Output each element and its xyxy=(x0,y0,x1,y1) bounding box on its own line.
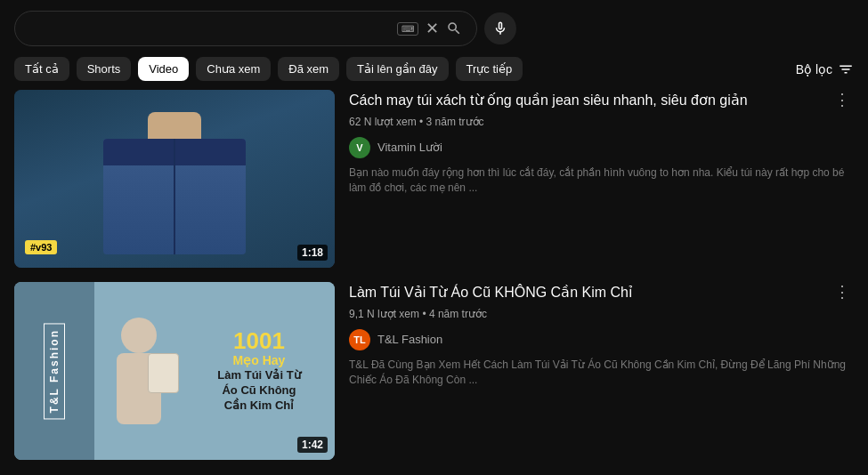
channel-avatar-2[interactable]: TL xyxy=(349,329,370,350)
filter-icon xyxy=(838,61,854,77)
video-card-2: T&L Fashion 1001 Mẹo Hay Làm Túi Vải Từ … xyxy=(14,282,854,460)
video-meta-1: 62 N lượt xem • 3 năm trước xyxy=(349,116,854,128)
video-card: #v93 1:18 Cách may túi xách từ ống quần … xyxy=(14,90,854,268)
separator-2: • xyxy=(422,308,429,320)
filter-tabs: Tất cả Shorts Video Chưa xem Đã xem Tải … xyxy=(0,57,868,90)
more-options-2[interactable]: ⋮ xyxy=(831,282,854,302)
tab-all[interactable]: Tất cả xyxy=(14,57,69,81)
thumb2-title4: Cần Kim Chỉ xyxy=(224,399,294,414)
filter-button[interactable]: Bộ lọc xyxy=(796,61,854,77)
duration-badge-2: 1:42 xyxy=(297,437,328,453)
video-meta-2: 9,1 N lượt xem • 4 năm trước xyxy=(349,308,854,320)
filter-label: Bộ lọc xyxy=(796,62,832,76)
tab-da-xem[interactable]: Đã xem xyxy=(278,57,339,81)
avatar-initial-1: V xyxy=(356,142,362,153)
view-count-1: 62 N lượt xem xyxy=(349,116,417,128)
channel-name-1[interactable]: Vitamin Lười xyxy=(377,141,442,154)
tab-truc-tiep[interactable]: Trực tiếp xyxy=(456,57,523,81)
tab-video[interactable]: Video xyxy=(138,57,189,81)
separator-1: • xyxy=(419,116,426,128)
thumbnail-1[interactable]: #v93 1:18 xyxy=(14,90,335,268)
search-bar: làm túi từ quần áo cũ ⌨ ✕ xyxy=(0,0,868,57)
video-info-2: Làm Túi Vải Từ Áo Cũ KHÔNG Cần Kim Chỉ 9… xyxy=(349,282,854,387)
mic-icon xyxy=(492,20,508,36)
tab-shorts[interactable]: Shorts xyxy=(77,57,132,81)
video-title-1[interactable]: Cách may túi xách từ ống quần jean siêu … xyxy=(349,92,854,110)
search-input[interactable]: làm túi từ quần áo cũ xyxy=(29,21,390,36)
results-list: #v93 1:18 Cách may túi xách từ ống quần … xyxy=(0,90,868,460)
tl-fashion-sidebar: T&L Fashion xyxy=(44,323,65,419)
avatar-initial-2: TL xyxy=(353,334,365,345)
search-input-wrapper: làm túi từ quần áo cũ ⌨ ✕ xyxy=(14,11,477,46)
magnifier-icon xyxy=(446,20,462,36)
view-count-2: 9,1 N lượt xem xyxy=(349,308,419,320)
clear-button[interactable]: ✕ xyxy=(426,19,439,38)
tag-label: #v93 xyxy=(25,240,57,254)
tab-chua-xem[interactable]: Chưa xem xyxy=(196,57,271,81)
video-info-1: Cách may túi xách từ ống quần jean siêu … xyxy=(349,90,854,195)
age-1: 3 năm trước xyxy=(426,116,484,128)
search-button[interactable] xyxy=(446,20,462,36)
mic-button[interactable] xyxy=(484,12,516,44)
channel-row-1: V Vitamin Lười xyxy=(349,137,854,158)
channel-avatar-1[interactable]: V xyxy=(349,137,370,158)
more-options-1[interactable]: ⋮ xyxy=(831,90,854,109)
thumb2-title2: Làm Túi Vải Từ xyxy=(217,368,300,383)
thumb2-title3: Áo Cũ Không xyxy=(222,383,296,399)
thumb2-title1: Mẹo Hay xyxy=(233,352,286,368)
video-desc-1: Bạn nào muốn đáy rộng hơn thì lúc cắt đá… xyxy=(349,165,854,196)
channel-row-2: TL T&L Fashion xyxy=(349,329,854,350)
duration-badge-1: 1:18 xyxy=(297,245,328,261)
thumb2-number: 1001 xyxy=(233,329,285,352)
thumbnail-2[interactable]: T&L Fashion 1001 Mẹo Hay Làm Túi Vải Từ … xyxy=(14,282,335,460)
video-desc-2: T&L Đã Cùng Bạn Xem Hết Cách Làm Túi Vải… xyxy=(349,358,854,388)
tab-tai-len[interactable]: Tải lên gần đây xyxy=(346,57,448,81)
video-title-2[interactable]: Làm Túi Vải Từ Áo Cũ KHÔNG Cần Kim Chỉ xyxy=(349,284,854,302)
keyboard-icon: ⌨ xyxy=(397,22,418,36)
channel-name-2[interactable]: T&L Fashion xyxy=(377,333,442,346)
age-2: 4 năm trước xyxy=(429,308,487,320)
